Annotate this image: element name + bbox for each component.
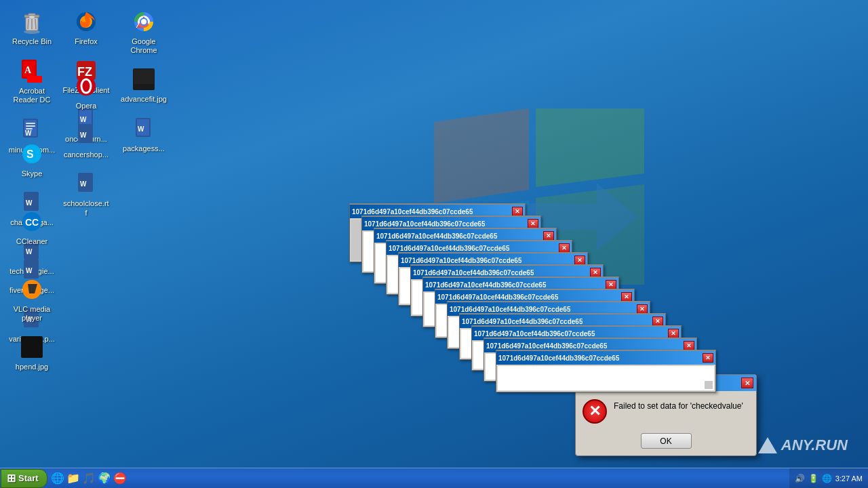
taskbar-middle: 🌐 📁 🎵 🌍 ⛔: [47, 472, 789, 485]
stacked-dialog-close-3[interactable]: ✕: [543, 231, 554, 241]
svg-line-6: [35, 19, 36, 29]
main-dialog-content: ✕ Failed to set data for 'checkedvalue': [576, 391, 756, 429]
desktop-icon-hpend[interactable]: hpend.jpg: [5, 330, 59, 375]
firefox-label: Firefox: [75, 37, 98, 46]
taskbar-media-icon[interactable]: 🎵: [82, 472, 96, 485]
stacked-dialog-title-8: 1071d6d497a10cef44db396c07ccde65: [437, 293, 558, 301]
desktop-icon-vlc[interactable]: VLC media player: [5, 272, 59, 326]
stacked-dialog-close-5[interactable]: ✕: [574, 256, 585, 265]
stacked-dialog-close-11[interactable]: ✕: [668, 329, 679, 338]
ccleaner-label: CCleaner: [16, 237, 47, 246]
stacked-dialog-title-7: 1071d6d497a10cef44db396c07ccde65: [425, 281, 546, 289]
anyrun-watermark: ANY.RUN: [758, 436, 848, 454]
svg-point-7: [29, 16, 35, 18]
svg-rect-15: [26, 125, 35, 127]
advancefit-label: advancefit.jpg: [121, 95, 167, 104]
packages-label: packagess...: [123, 144, 165, 153]
cancershop-label: cancershop...: [64, 150, 108, 159]
tray-icon-2: 🔋: [808, 474, 818, 483]
stacked-dialog-title-12: 1071d6d497a10cef44db396c07ccde65: [486, 342, 607, 350]
svg-rect-53: [29, 293, 35, 296]
taskbar-folder-icon[interactable]: 📁: [66, 472, 80, 485]
firefox-icon: [73, 8, 100, 35]
recycle-bin-label: Recycle Bin: [12, 37, 52, 46]
stacked-dialog-close-2[interactable]: ✕: [528, 219, 538, 228]
stacked-dialog-close-10[interactable]: ✕: [652, 317, 663, 326]
anyrun-triangle-icon: [758, 437, 777, 453]
recycle-bin-icon: [18, 8, 45, 35]
stacked-dialog-title-9: 1071d6d497a10cef44db396c07ccde65: [450, 306, 570, 313]
taskbar-stop-icon[interactable]: ⛔: [113, 472, 127, 485]
stacked-dialog-title-11: 1071d6d497a10cef44db396c07ccde65: [474, 330, 595, 338]
taskbar-clock: 3:27 AM: [835, 474, 863, 483]
skype-label: Skype: [22, 169, 43, 178]
desktop-icon-chrome[interactable]: Google Chrome: [117, 5, 171, 58]
desktop-icon-recycle-bin[interactable]: Recycle Bin: [5, 5, 59, 49]
chrome-label: Google Chrome: [120, 37, 167, 55]
start-button[interactable]: ⊞ Start: [1, 469, 47, 488]
svg-point-28: [141, 19, 146, 24]
desktop-icon-packages[interactable]: W packagess...: [117, 112, 171, 157]
skype-icon: S: [18, 140, 45, 167]
vlc-icon: [18, 276, 45, 303]
desktop-icon-skype[interactable]: S Skype: [5, 137, 59, 182]
stacked-dialog-close-9[interactable]: ✕: [637, 304, 648, 314]
acrobat-label: Acrobat Reader DC: [8, 87, 56, 104]
svg-rect-54: [21, 336, 43, 358]
taskbar-system-tray: 🔊 🔋 🌐 3:27 AM: [789, 468, 868, 488]
svg-line-4: [28, 19, 28, 29]
desktop-icon-cancershop[interactable]: W cancershop...: [59, 118, 113, 163]
stacked-dialog-title-13: 1071d6d497a10cef44db396c07ccde65: [498, 354, 619, 362]
svg-text:W: W: [80, 180, 87, 188]
svg-rect-11: [27, 76, 42, 83]
hpend-label: hpend.jpg: [16, 363, 48, 371]
stacked-dialog-close-13[interactable]: ✕: [703, 353, 713, 363]
hpend-icon: [18, 333, 45, 361]
acrobat-icon: A: [18, 58, 45, 85]
desktop-icon-opera[interactable]: Opera: [59, 69, 113, 114]
svg-text:CC: CC: [25, 217, 39, 228]
stacked-dialog-title-5: 1071d6d497a10cef44db396c07ccde65: [401, 257, 521, 264]
advancefit-icon: [130, 66, 157, 93]
svg-text:A: A: [24, 65, 32, 75]
stacked-dialog-title-1: 1071d6d497a10cef44db396c07ccde65: [352, 208, 473, 216]
stacked-dialog-title-3: 1071d6d497a10cef44db396c07ccde65: [376, 232, 497, 240]
windows-orb-icon: ⊞: [7, 472, 16, 485]
desktop-icon-ccleaner[interactable]: CC CCleaner: [5, 205, 59, 249]
chrome-icon: [130, 8, 157, 35]
opera-label: Opera: [76, 102, 97, 110]
stacked-dialog-title-2: 1071d6d497a10cef44db396c07ccde65: [364, 220, 485, 228]
opera-icon: [73, 73, 100, 100]
desktop-icon-advancefit[interactable]: advancefit.jpg: [117, 62, 171, 107]
svg-text:W: W: [80, 131, 87, 139]
stacked-dialog-close-1[interactable]: ✕: [512, 207, 523, 216]
taskbar-time: 3:27 AM: [835, 474, 863, 483]
stacked-dialog-title-10: 1071d6d497a10cef44db396c07ccde65: [462, 318, 583, 325]
taskbar-ie-icon[interactable]: 🌐: [51, 472, 64, 485]
stacked-dialog-title-4: 1071d6d497a10cef44db396c07ccde65: [389, 245, 509, 252]
stacked-dialog-close-6[interactable]: ✕: [590, 268, 601, 277]
stacked-dialog-close-12[interactable]: ✕: [684, 341, 694, 350]
tray-icon-3: 🌐: [822, 474, 832, 483]
svg-rect-3: [28, 14, 35, 16]
tray-icon-1: 🔊: [795, 474, 805, 483]
svg-rect-30: [134, 69, 154, 84]
schoolclose-icon: W: [73, 170, 100, 197]
error-icon: ✕: [583, 399, 607, 424]
taskbar-chrome-taskbar-icon[interactable]: 🌍: [98, 472, 111, 485]
main-dialog-close-button[interactable]: ✕: [741, 378, 753, 388]
ok-button[interactable]: OK: [641, 433, 692, 449]
desktop-icon-firefox[interactable]: Firefox: [59, 5, 113, 49]
schoolclose-label: schoolclose.rtf: [62, 199, 110, 217]
desktop-icon-schoolclose[interactable]: W schoolclose.rtf: [59, 167, 113, 220]
main-dialog-button-row: OK: [576, 429, 756, 455]
stacked-dialog-title-6: 1071d6d497a10cef44db396c07ccde65: [413, 269, 534, 277]
stacked-dialog-close-7[interactable]: ✕: [606, 280, 616, 289]
ccleaner-icon: CC: [18, 208, 45, 235]
anyrun-text: ANY.RUN: [781, 436, 848, 454]
packages-icon: W: [130, 115, 157, 142]
svg-text:S: S: [26, 148, 34, 160]
stacked-dialog-close-4[interactable]: ✕: [559, 243, 570, 253]
desktop-icon-acrobat[interactable]: A Acrobat Reader DC: [5, 54, 59, 108]
stacked-dialog-close-8[interactable]: ✕: [621, 292, 632, 302]
